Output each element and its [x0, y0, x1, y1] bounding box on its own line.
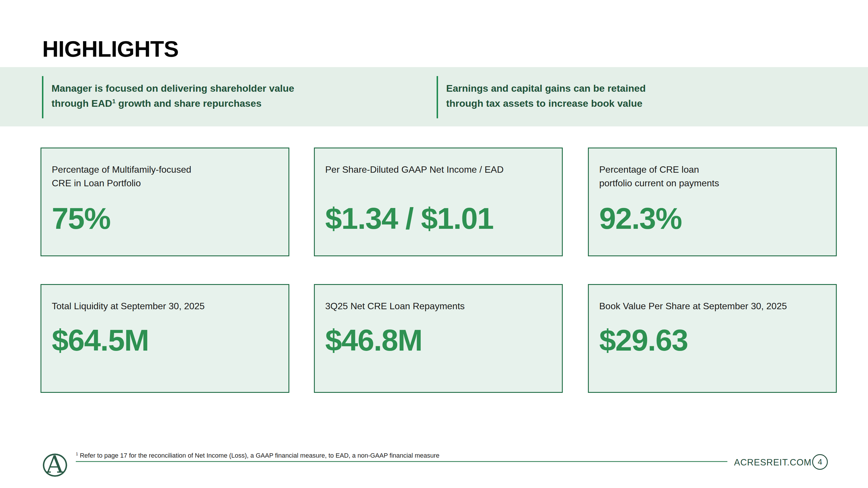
card-net-cre-loan-repayments: 3Q25 Net CRE Loan Repayments $46.8M [314, 284, 563, 393]
metric-label: Book Value Per Share at September 30, 20… [599, 299, 826, 313]
metric-value: $29.63 [599, 325, 826, 355]
statement-text: Manager is focused on delivering shareho… [52, 81, 294, 111]
statement-line: through EAD1 growth and share repurchase… [52, 96, 294, 111]
footnote-marker: 1 [112, 98, 116, 104]
metric-label: Percentage of Multifamily-focused CRE in… [52, 163, 278, 190]
footnote: 1 Refer to page 17 for the reconciliatio… [76, 452, 439, 459]
metric-value: $1.34 / $1.01 [325, 203, 552, 233]
page-number-badge: 4 [812, 454, 828, 470]
acres-logo: A [42, 452, 68, 478]
metric-label: Percentage of CRE loan portfolio current… [599, 163, 826, 190]
metric-value: 75% [52, 203, 278, 233]
statement-text: Earnings and capital gains can be retain… [446, 81, 646, 111]
card-total-liquidity: Total Liquidity at September 30, 2025 $6… [40, 284, 289, 393]
footer-divider [76, 461, 727, 462]
metric-label: Total Liquidity at September 30, 2025 [52, 299, 278, 313]
footnote-marker: 1 [76, 452, 78, 456]
statement-line: Manager is focused on delivering shareho… [52, 81, 294, 96]
statement-accent-bar [42, 76, 43, 118]
statement-accent-bar [437, 76, 438, 118]
statement-line: Earnings and capital gains can be retain… [446, 81, 646, 96]
metric-label: Per Share-Diluted GAAP Net Income / EAD [325, 163, 552, 190]
logo-letter: A [46, 453, 63, 477]
metric-value: $64.5M [52, 325, 278, 355]
card-book-value-per-share: Book Value Per Share at September 30, 20… [588, 284, 837, 393]
card-cre-portfolio-current: Percentage of CRE loan portfolio current… [588, 148, 837, 256]
website-text: ACRESREIT.COM [734, 457, 812, 468]
metric-value: $46.8M [325, 325, 552, 355]
page-title: HIGHLIGHTS [42, 36, 179, 62]
card-per-share-net-income-ead: Per Share-Diluted GAAP Net Income / EAD … [314, 148, 563, 256]
card-multifamily-cre-percentage: Percentage of Multifamily-focused CRE in… [40, 148, 289, 256]
metric-label: 3Q25 Net CRE Loan Repayments [325, 299, 552, 313]
banner-statement-manager: Manager is focused on delivering shareho… [42, 76, 294, 118]
page-number: 4 [818, 457, 822, 466]
metric-value: 92.3% [599, 203, 826, 233]
highlight-banner: Manager is focused on delivering shareho… [0, 67, 868, 126]
statement-line: through tax assets to increase book valu… [446, 96, 646, 111]
banner-statement-earnings: Earnings and capital gains can be retain… [437, 76, 646, 118]
